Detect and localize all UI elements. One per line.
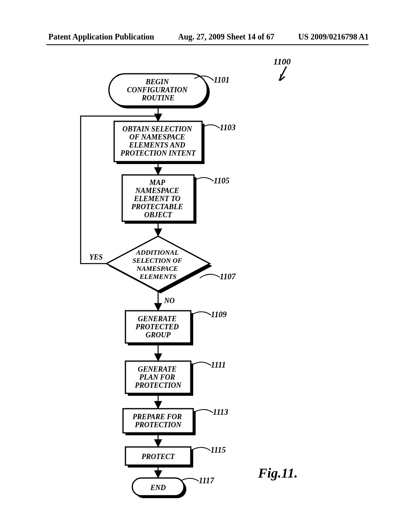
- svg-text:ADDITIONAL
        SELECTION O: ADDITIONAL SELECTION OF NAMESPACE ELEMEN…: [132, 249, 184, 281]
- flowchart: 1100 BEGIN CONFIGURATION ROUTINE 1101 OB…: [0, 0, 413, 532]
- ref-1109: 1109: [211, 310, 227, 319]
- ref-1113: 1113: [213, 407, 228, 416]
- svg-text:OBTAIN SELECTION
        OF NA: OBTAIN SELECTION OF NAMESPACE ELEMENTS A…: [120, 125, 196, 157]
- no-label: NO: [164, 297, 175, 305]
- svg-text:GENERATE
        PLAN FOR
    : GENERATE PLAN FOR PROTECTION: [134, 365, 181, 389]
- block-1115: PROTECT 1115: [125, 445, 226, 468]
- ref-1107: 1107: [220, 272, 236, 281]
- block-1111: GENERATE PLAN FOR PROTECTION 1111: [125, 360, 226, 396]
- ref-1105: 1105: [214, 176, 229, 185]
- block-1109: GENERATE PROTECTED GROUP 1109: [125, 310, 227, 345]
- ref-1101: 1101: [214, 75, 229, 84]
- ref-1115: 1115: [211, 445, 226, 454]
- block-1103: OBTAIN SELECTION OF NAMESPACE ELEMENTS A…: [114, 121, 236, 164]
- block-1105: MAP NAMESPACE ELEMENT TO PROTECTABLE OBJ…: [122, 175, 229, 224]
- yes-label: YES: [89, 253, 102, 261]
- figure-ref: 1100: [273, 56, 291, 66]
- ref-1111: 1111: [211, 360, 226, 369]
- block-1113: PREPARE FOR PROTECTION 1113: [123, 407, 228, 435]
- block-1107: ADDITIONAL SELECTION OF NAMESPACE ELEMEN…: [106, 236, 236, 293]
- page: Patent Application Publication Aug. 27, …: [0, 0, 413, 532]
- svg-text:END: END: [150, 484, 166, 492]
- block-1101: BEGIN CONFIGURATION ROUTINE 1101: [109, 74, 229, 108]
- figure-label: Fig.11.: [258, 466, 298, 480]
- block-1117: END 1117: [132, 476, 215, 498]
- ref-1103: 1103: [220, 123, 236, 132]
- figure-ref-group: 1100: [273, 56, 291, 81]
- svg-text:PROTECT: PROTECT: [141, 453, 175, 461]
- ref-1117: 1117: [199, 476, 215, 485]
- svg-text:PREPARE FOR
        PROTECTION: PREPARE FOR PROTECTION: [132, 413, 184, 429]
